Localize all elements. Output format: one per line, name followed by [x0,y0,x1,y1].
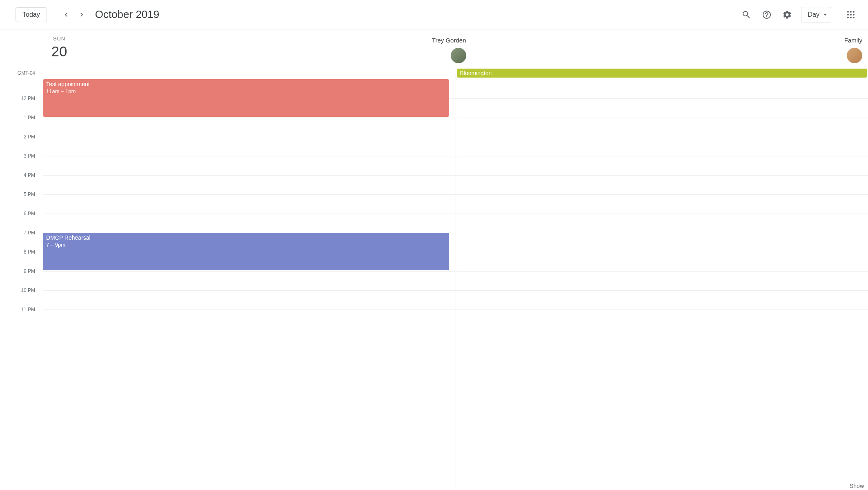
day-label[interactable]: SUN 20 [43,29,76,70]
chevron-left-icon [62,11,70,19]
all-day-col-0[interactable] [43,69,456,79]
day-of-week: SUN [43,36,76,42]
svg-point-8 [853,17,855,18]
search-button[interactable] [737,6,755,24]
avatar-0[interactable] [451,48,466,63]
svg-point-2 [853,11,855,13]
calendar-event[interactable]: Test appointment11am – 1pm [43,79,449,117]
next-day-button[interactable] [74,7,89,22]
previous-day-button[interactable] [58,7,74,22]
time-label: 10 PM [21,287,35,293]
time-label: 4 PM [24,172,35,178]
time-label: 8 PM [24,249,35,255]
day-number: 20 [43,43,76,60]
time-label: 12 PM [21,96,35,101]
time-label: 7 PM [24,230,35,236]
svg-point-7 [850,17,852,18]
svg-point-5 [853,14,855,16]
person-header-1: Family [472,29,868,70]
calendar-grid[interactable]: Test appointment11am – 1pmDMCP Rehearsal… [43,79,868,490]
timezone-label: GMT-04 [0,70,37,76]
event-time: 7 – 9pm [46,242,446,248]
grid-container: 12 PM1 PM2 PM3 PM4 PM5 PM6 PM7 PM8 PM9 P… [0,79,868,490]
event-time: 11am – 1pm [46,88,446,94]
event-title: Test appointment [46,81,446,87]
person-name-0: Trey Gorden [432,37,466,44]
gear-icon [782,10,792,20]
avatar-1[interactable] [847,48,862,63]
help-button[interactable] [758,6,776,24]
view-selector[interactable]: Day [801,7,831,22]
apps-icon [846,10,856,20]
all-day-row[interactable]: Bloomington [43,69,868,79]
persons-header: SUN 20 Trey Gorden Family [43,29,868,70]
all-day-event[interactable]: Bloomington [457,69,868,78]
dropdown-icon [821,11,829,19]
event-title: DMCP Rehearsal [46,234,446,241]
search-icon [741,10,751,20]
all-day-col-1[interactable]: Bloomington [456,69,868,79]
svg-point-3 [847,14,849,16]
svg-point-6 [847,17,849,18]
svg-point-4 [850,14,852,16]
header-icons: Day [737,6,860,24]
person-name-1: Family [844,37,862,44]
time-label: 5 PM [24,192,35,197]
chevron-right-icon [78,11,86,19]
calendar-event[interactable]: DMCP Rehearsal7 – 9pm [43,233,449,270]
time-label: 6 PM [24,211,35,216]
header: Today October 2019 Day [0,0,868,29]
calendar-body: SUN 20 Trey Gorden Family GMT-04 Bloomin… [0,29,868,490]
nav-arrows [58,7,89,22]
time-label: 11 PM [21,307,35,312]
today-button[interactable]: Today [16,7,47,22]
show-link[interactable]: Show [850,483,864,489]
view-label: Day [808,11,819,18]
settings-button[interactable] [778,6,796,24]
time-label: 3 PM [24,153,35,159]
svg-point-1 [850,11,852,13]
column-divider [456,79,456,490]
person-header-0: Trey Gorden [76,29,472,70]
time-label: 9 PM [24,268,35,274]
help-icon [762,10,772,20]
column-divider [43,79,43,490]
time-label: 2 PM [24,134,35,140]
apps-button[interactable] [842,6,860,24]
month-title: October 2019 [95,8,160,21]
svg-point-0 [847,11,849,13]
time-label: 1 PM [24,115,35,120]
